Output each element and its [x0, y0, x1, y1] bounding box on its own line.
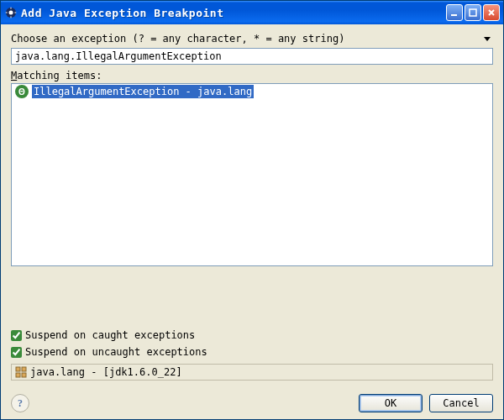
svg-point-1 [9, 11, 13, 15]
window-title: Add Java Exception Breakpoint [21, 7, 446, 19]
suspend-caught-checkbox[interactable]: Suspend on caught exceptions [11, 327, 493, 344]
titlebar[interactable]: Add Java Exception Breakpoint [1, 1, 503, 24]
class-icon: Θ [15, 85, 29, 98]
cancel-button[interactable]: Cancel [429, 394, 493, 412]
prompt-label: Choose an exception (? = any character, … [11, 33, 481, 45]
window-controls [446, 4, 500, 21]
status-bar: java.lang - [jdk1.6.0_22] [11, 364, 493, 381]
options-group: Suspend on caught exceptions Suspend on … [11, 327, 493, 360]
help-button[interactable]: ? [11, 394, 29, 412]
close-button[interactable] [483, 4, 500, 21]
dialog-content: Choose an exception (? = any character, … [1, 24, 503, 419]
package-icon [15, 366, 27, 378]
svg-rect-6 [16, 373, 20, 377]
svg-rect-5 [22, 367, 26, 371]
svg-rect-3 [470, 9, 476, 16]
exception-search-input[interactable] [11, 48, 493, 65]
app-icon [4, 6, 18, 19]
minimize-button[interactable] [446, 4, 463, 21]
checkbox-input[interactable] [11, 330, 22, 341]
maximize-button[interactable] [465, 4, 481, 21]
dropdown-menu-icon[interactable] [481, 33, 493, 45]
checkbox-label: Suspend on caught exceptions [25, 329, 195, 341]
matching-items-list[interactable]: Θ IllegalArgumentException - java.lang [11, 83, 493, 266]
svg-rect-2 [451, 14, 457, 16]
matching-items-label: Matching items: [11, 70, 493, 81]
button-bar: ? OK Cancel [11, 394, 493, 412]
suspend-uncaught-checkbox[interactable]: Suspend on uncaught exceptions [11, 344, 493, 360]
checkbox-label: Suspend on uncaught exceptions [25, 346, 207, 358]
svg-rect-7 [22, 373, 26, 377]
svg-rect-4 [16, 367, 20, 371]
dialog-window: Add Java Exception Breakpoint Choose an … [0, 0, 504, 420]
checkbox-input[interactable] [11, 347, 22, 358]
list-item-label: IllegalArgumentException - java.lang [32, 85, 254, 98]
list-item[interactable]: Θ IllegalArgumentException - java.lang [12, 84, 492, 99]
status-text: java.lang - [jdk1.6.0_22] [30, 366, 182, 378]
ok-button[interactable]: OK [359, 394, 423, 412]
